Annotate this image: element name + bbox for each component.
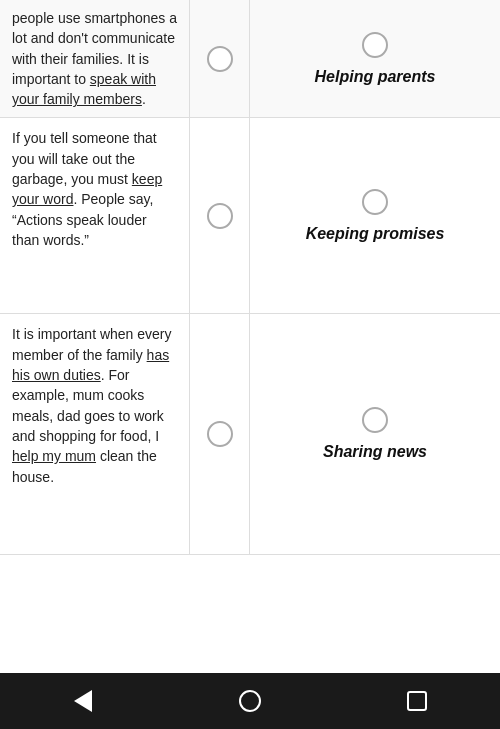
row-sharing-news: It is important when every member of the…	[0, 314, 500, 555]
partial-row: people use smartphones a lot and don't c…	[0, 0, 500, 118]
radio-left-row2[interactable]	[207, 203, 233, 229]
answer-label-row3: Sharing news	[323, 443, 427, 461]
row-keeping-promises: If you tell someone that you will take o…	[0, 118, 500, 314]
right-cell-row3: Sharing news	[250, 314, 500, 554]
partial-left-text: people use smartphones a lot and don't c…	[0, 0, 190, 117]
radio-left-row0[interactable]	[207, 46, 233, 72]
back-icon	[74, 690, 92, 712]
left-text-row2: If you tell someone that you will take o…	[0, 118, 190, 313]
middle-cell-row3	[190, 314, 250, 554]
navigation-bar	[0, 673, 500, 729]
home-button[interactable]	[230, 681, 270, 721]
middle-cell-row2	[190, 118, 250, 313]
main-content: people use smartphones a lot and don't c…	[0, 0, 500, 673]
answer-label-row0: Helping parents	[315, 68, 436, 86]
right-cell-row2: Keeping promises	[250, 118, 500, 313]
home-icon	[239, 690, 261, 712]
radio-left-row3[interactable]	[207, 421, 233, 447]
radio-right-row0[interactable]	[362, 32, 388, 58]
recent-button[interactable]	[397, 681, 437, 721]
answer-label-row2: Keeping promises	[306, 225, 445, 243]
recent-icon	[407, 691, 427, 711]
left-text-row3: It is important when every member of the…	[0, 314, 190, 554]
back-button[interactable]	[63, 681, 103, 721]
radio-right-row3[interactable]	[362, 407, 388, 433]
radio-right-row2[interactable]	[362, 189, 388, 215]
